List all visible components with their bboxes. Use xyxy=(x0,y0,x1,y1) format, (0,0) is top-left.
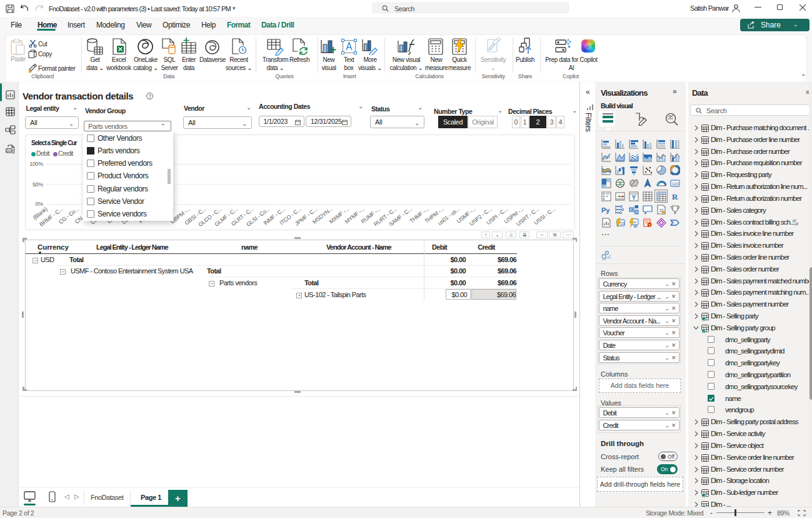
svg-text:DAX: DAX xyxy=(7,150,13,153)
svg-text:123: 123 xyxy=(672,182,679,186)
svg-text:R: R xyxy=(672,192,678,201)
svg-text:123: 123 xyxy=(620,221,625,225)
svg-text:Py: Py xyxy=(601,206,610,214)
svg-text:?: ? xyxy=(649,223,651,227)
